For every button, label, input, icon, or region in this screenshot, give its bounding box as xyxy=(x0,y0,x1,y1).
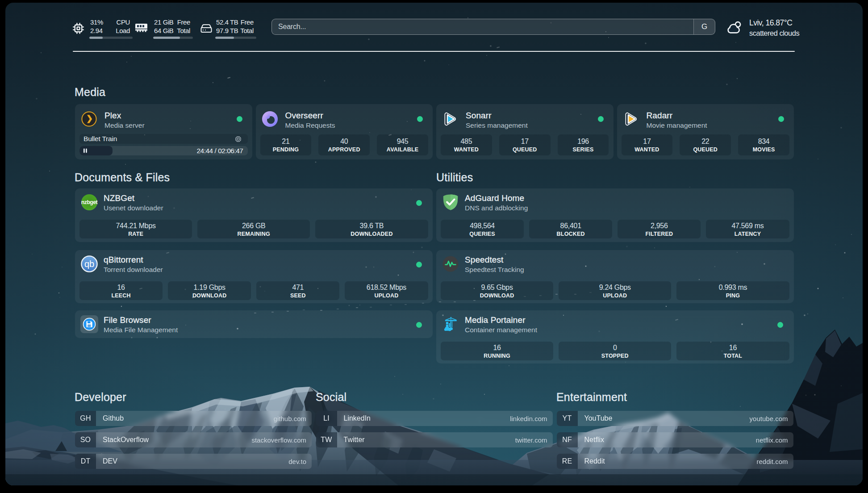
svg-text:nzbget: nzbget xyxy=(81,199,98,205)
svg-text:qb: qb xyxy=(84,259,94,269)
